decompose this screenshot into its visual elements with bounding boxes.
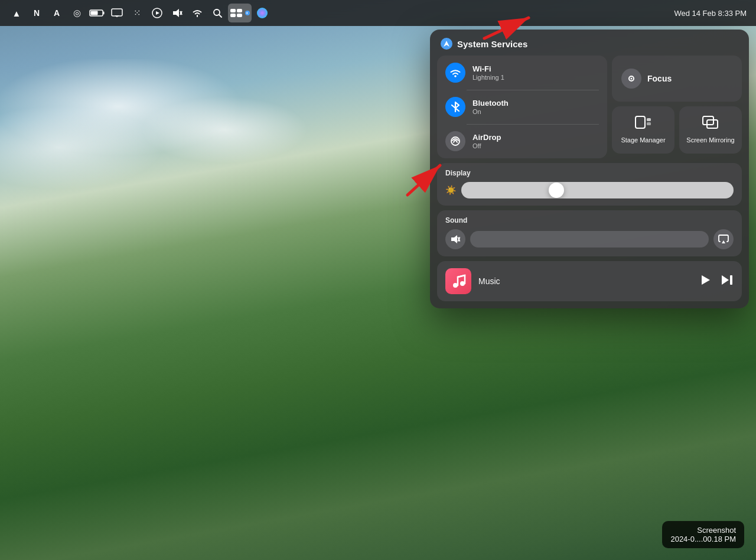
airdrop-label: AirDrop: [472, 133, 501, 142]
dots-icon[interactable]: ⁙: [128, 4, 146, 22]
wifi-item[interactable]: Wi-Fi Lightning 1: [437, 56, 607, 90]
wifi-label: Wi-Fi: [472, 64, 504, 73]
airdrop-text: AirDrop Off: [472, 133, 501, 149]
drafts-icon[interactable]: ▲: [7, 4, 26, 22]
airplay-icon: [718, 234, 729, 245]
svg-marker-8: [173, 9, 179, 17]
svg-rect-26: [647, 122, 651, 125]
focus-icon: [621, 69, 641, 89]
stage-manager-button[interactable]: Stage Manager: [612, 106, 674, 154]
control-center-body: Wi-Fi Lightning 1 Bluetooth On: [430, 56, 749, 308]
control-center-panel: System Services Wi-Fi L: [430, 30, 749, 308]
svg-marker-36: [702, 275, 710, 285]
svg-marker-29: [451, 235, 457, 243]
airplay-button[interactable]: [713, 229, 734, 249]
connectivity-block: Wi-Fi Lightning 1 Bluetooth On: [437, 56, 607, 158]
music-note-icon: [451, 274, 466, 289]
control-center-title: System Services: [457, 39, 527, 49]
airdrop-item[interactable]: AirDrop Off: [437, 124, 607, 158]
svg-rect-3: [112, 9, 122, 16]
airdrop-status: Off: [472, 142, 501, 149]
screen-mirroring-button[interactable]: Screen Mirroring: [679, 106, 742, 154]
mute-button[interactable]: [445, 229, 465, 249]
control-center-menubar-icon[interactable]: [228, 4, 252, 22]
display-title: Display: [445, 169, 734, 177]
screenshot-line2: 2024-0....00.18 PM: [670, 535, 736, 543]
notion-icon[interactable]: N: [27, 4, 46, 22]
mute-icon[interactable]: [168, 4, 187, 22]
svg-marker-32: [722, 240, 725, 243]
svg-point-18: [257, 8, 268, 18]
wifi-icon: [445, 63, 465, 83]
music-app-label: Music: [478, 276, 693, 286]
svg-rect-14: [237, 9, 242, 12]
menubar: ▲ N A ◎ ⁙ Wed 14 Feb 8:33 PM: [0, 0, 756, 26]
display-section: Display ☀️: [437, 163, 742, 206]
screen-mirroring-label: Screen Mirroring: [686, 136, 734, 144]
brightness-thumb[interactable]: [549, 183, 564, 198]
stage-manager-icon: [635, 115, 651, 133]
music-controls: [700, 274, 734, 289]
svg-line-12: [219, 15, 221, 17]
wifi-status: Lightning 1: [472, 74, 504, 81]
bluetooth-label: Bluetooth: [472, 99, 509, 108]
cc-bottom-btns: Stage Manager Screen Mirroring: [612, 106, 742, 154]
bluetooth-item[interactable]: Bluetooth On: [437, 90, 607, 124]
brightness-icon: ☀️: [445, 185, 457, 196]
bluetooth-text: Bluetooth On: [472, 99, 509, 115]
target-icon[interactable]: ◎: [67, 4, 86, 22]
svg-rect-25: [647, 118, 651, 121]
svg-rect-15: [230, 14, 236, 17]
wifi-text: Wi-Fi Lightning 1: [472, 64, 504, 81]
svg-rect-1: [103, 12, 105, 15]
screenshot-line1: Screenshot: [670, 526, 736, 535]
bluetooth-icon: [445, 97, 465, 117]
search-menubar-icon[interactable]: [208, 4, 227, 22]
svg-point-23: [631, 78, 633, 80]
mute-icon: [451, 235, 460, 244]
svg-rect-24: [636, 116, 645, 128]
autocorrect-icon[interactable]: A: [47, 4, 66, 22]
svg-rect-13: [230, 9, 236, 12]
play-button[interactable]: [700, 274, 711, 289]
svg-rect-16: [237, 14, 242, 17]
svg-point-20: [454, 75, 457, 77]
control-center-header: System Services: [430, 30, 749, 56]
sound-row: [445, 229, 734, 249]
focus-label: Focus: [647, 74, 672, 83]
skip-forward-button[interactable]: [721, 274, 734, 289]
sound-title: Sound: [445, 216, 734, 224]
siri-icon[interactable]: [253, 4, 272, 22]
music-section: Music: [437, 261, 742, 301]
brightness-slider[interactable]: [461, 182, 734, 198]
airdrop-icon: [445, 131, 465, 151]
play-circle-icon[interactable]: [148, 4, 167, 22]
svg-marker-37: [722, 275, 729, 285]
display-icon[interactable]: [107, 4, 126, 22]
music-app-icon: [445, 268, 471, 294]
bluetooth-status: On: [472, 108, 509, 115]
battery-icon[interactable]: [87, 4, 106, 22]
svg-line-35: [458, 275, 465, 277]
volume-slider[interactable]: [470, 231, 709, 248]
svg-marker-7: [156, 11, 159, 15]
brightness-slider-row: ☀️: [445, 182, 734, 198]
svg-rect-38: [730, 275, 732, 285]
menubar-time: Wed 14 Feb 8:33 PM: [674, 9, 747, 18]
screenshot-badge: Screenshot 2024-0....00.18 PM: [662, 521, 744, 548]
cc-right-col: Focus Stage Manager: [612, 56, 742, 158]
svg-rect-2: [91, 11, 98, 15]
screen-mirroring-icon: [702, 115, 719, 133]
focus-button[interactable]: Focus: [612, 56, 742, 102]
stage-manager-label: Stage Manager: [621, 136, 665, 144]
location-services-icon: [441, 38, 452, 50]
cc-top-row: Wi-Fi Lightning 1 Bluetooth On: [437, 56, 742, 158]
svg-marker-19: [444, 41, 449, 47]
menubar-left-icons: ▲ N A ◎ ⁙: [7, 4, 272, 22]
wifi-menubar-icon[interactable]: [188, 4, 207, 22]
sound-section: Sound: [437, 210, 742, 256]
